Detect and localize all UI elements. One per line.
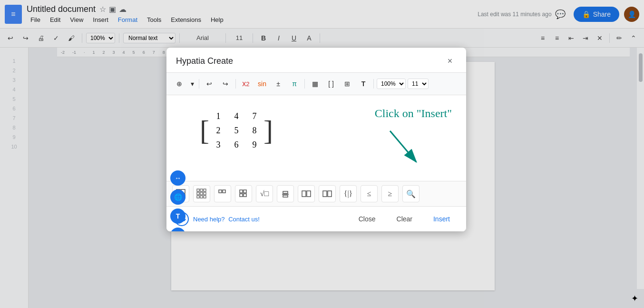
cases-button[interactable] [319,185,336,202]
global-icon-button[interactable]: 🌐 [170,189,185,205]
math-toolbar-sep-4 [373,79,374,89]
matrix-cell-1-0: 2 [216,126,220,136]
math-undo-button[interactable]: ↩ [202,77,216,91]
move-dropdown-button[interactable]: ▾ [188,77,196,91]
close-button[interactable]: Close [350,211,384,227]
svg-rect-23 [283,195,288,197]
fraction-button[interactable] [277,185,294,202]
svg-line-1 [390,131,416,162]
matrix-cell-1-2: 8 [252,126,256,136]
svg-rect-21 [283,191,288,193]
dialog-header: Hypatia Create × [166,48,466,73]
matrix-sm2-button[interactable] [235,185,252,202]
svg-rect-26 [323,191,327,197]
hypatia-dialog: Hypatia Create × ⊕ ▾ ↩ ↪ x2 sin ± π ▦ [ … [166,48,466,231]
resize-icon-button[interactable]: ↔ [170,170,185,186]
geq-button[interactable]: ≥ [381,185,399,202]
matrix-cell-2-1: 6 [234,140,238,150]
plusminus-button[interactable]: ± [271,77,285,91]
matrix-cell-2-0: 3 [216,140,220,150]
need-help-text[interactable]: Need help? [193,216,225,223]
clear-button[interactable]: Clear [388,211,421,227]
annotation-arrow [314,105,457,171]
annotation-overlay: Click on "Insert" [314,105,457,171]
matrix-cell-2-2: 9 [252,140,256,150]
svg-rect-9 [197,192,199,195]
footer-buttons: Close Clear Insert [350,211,459,227]
math-redo-button[interactable]: ↪ [218,77,233,91]
dialog-title: Hypatia Create [176,56,233,66]
matrix-sm1-button[interactable] [214,185,231,202]
matrix-right-bracket: ] [263,116,273,145]
matrix-cell-0-2: 7 [252,111,256,121]
matrix-left-bracket: [ [200,116,209,145]
svg-rect-7 [200,189,203,191]
svg-rect-17 [240,190,243,193]
svg-rect-11 [204,192,206,195]
math-toolbar-sep-2 [235,79,236,89]
dialog-footer: Need help? Contact us! Close Clear Inser… [166,206,466,231]
symbols-bar: √□ {|} ≤ ≥ 🔍 [166,181,466,206]
text-icon-button[interactable]: T [170,209,185,224]
dialog-close-button[interactable]: × [443,54,457,68]
matrix-grid: 1 4 7 2 5 8 3 6 9 [211,109,262,151]
matrix-cell-0-1: 4 [234,111,238,121]
pi-button[interactable]: π [287,77,302,91]
trig-button[interactable]: sin [255,77,269,91]
math-toolbar: ⊕ ▾ ↩ ↪ x2 sin ± π ▦ [ ] ⊞ T 100% 11 [166,73,466,95]
matrix-display: [ 1 4 7 2 5 8 3 6 9 ] [200,109,273,151]
settings-icon-button[interactable]: ⚙ [170,228,185,231]
svg-rect-27 [328,191,332,197]
svg-rect-8 [204,189,206,191]
svg-rect-16 [223,190,225,193]
svg-rect-20 [244,194,246,197]
bracket-button[interactable]: [ ] [324,77,338,91]
math-toolbar-sep-3 [304,79,305,89]
contact-us-text[interactable]: Contact us! [228,216,260,223]
leq-button[interactable]: ≤ [361,185,378,202]
math-size-selector[interactable]: 11 [408,79,429,89]
matrix-3col-button[interactable] [193,185,210,202]
help-links: Need help? Contact us! [193,216,260,223]
superscript-button[interactable]: x2 [239,77,253,91]
svg-rect-6 [197,189,199,191]
svg-rect-14 [204,196,206,198]
paren-button[interactable]: {|} [340,185,357,202]
math-zoom-selector[interactable]: 100% [377,79,406,89]
svg-rect-25 [307,191,311,197]
move-tool-button[interactable]: ⊕ [172,77,186,91]
svg-rect-18 [244,190,246,193]
svg-rect-13 [200,196,203,198]
insert-button[interactable]: Insert [425,211,459,227]
text-button[interactable]: T [356,77,371,91]
matrix-cell-0-0: 1 [216,111,220,121]
matrix-cell-1-1: 5 [234,126,238,136]
svg-rect-10 [200,192,203,195]
math-canvas[interactable]: ↔ 🌐 T ⚙ [ 1 4 7 2 5 8 3 6 9 ] Click on "… [166,95,466,181]
grid-button[interactable]: ⊞ [340,77,354,91]
chart-button[interactable]: ▦ [308,77,322,91]
side-icons: ↔ 🌐 T ⚙ [166,167,189,231]
math-toolbar-sep-1 [199,79,199,89]
search-symbol-button[interactable]: 🔍 [402,185,420,202]
svg-rect-15 [219,190,222,193]
svg-rect-19 [240,194,243,197]
align-button[interactable] [298,185,315,202]
sqrt-button[interactable]: √□ [256,185,273,202]
svg-rect-24 [302,191,306,197]
svg-rect-12 [197,196,199,198]
